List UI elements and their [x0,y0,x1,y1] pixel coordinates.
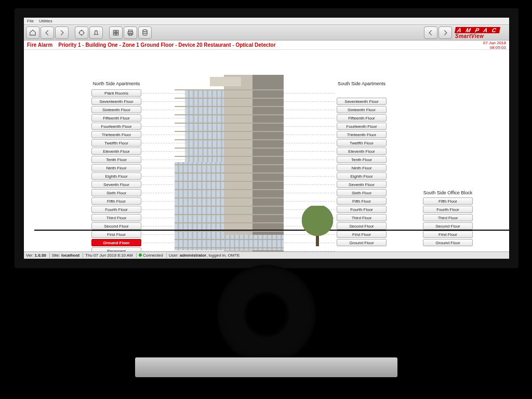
building-graphic [175,75,291,251]
floor-button[interactable]: Ground Floor [337,239,387,246]
alarm-time: 08:05:03 [483,45,506,50]
brand-line1: A M P A C [455,27,500,33]
status-version: Ver: 1.0.30 [26,253,50,258]
floor-button[interactable]: Fifth Floor [337,197,387,205]
brand-line2: SmartView [455,33,484,39]
floor-button[interactable]: Sixteenth Floor [337,106,387,113]
ver-value: 1.0.30 [34,253,46,258]
floor-button[interactable]: First Floor [91,231,141,238]
print-button[interactable] [124,26,137,39]
toolbar: A M P A C SmartView [24,25,509,41]
floor-button[interactable]: Eleventh Floor [91,148,141,155]
floor-button[interactable]: Seventeenth Floor [337,98,387,105]
monitor-stand-neck [217,265,316,364]
floor-button[interactable]: Third Floor [423,214,473,221]
floor-button[interactable]: Third Floor [91,214,141,221]
nav-right-group [424,26,452,39]
north-col-title: North Side Apartments [85,81,148,86]
floor-button[interactable]: Ninth Floor [337,164,387,171]
alarm-text: Fire Alarm Priority 1 - Building One - Z… [27,42,276,48]
floor-button[interactable]: Sixteenth Floor [91,106,141,113]
connection-text: Connected [143,253,163,258]
menu-utilities[interactable]: Utilities [39,19,52,23]
floor-button[interactable]: Third Floor [337,214,387,221]
floor-button[interactable]: Basement [91,247,141,251]
ground-line [34,230,509,231]
floor-button[interactable]: Fourth Floor [337,206,387,213]
alarm-label: Fire Alarm [27,42,52,48]
svg-rect-1 [113,30,118,35]
floor-button[interactable]: Thirteenth Floor [91,131,141,138]
floor-button[interactable]: Seventeenth Floor [91,98,141,105]
monitor-frame: File Utilities [15,8,518,268]
floor-button[interactable]: Seventh Floor [337,181,387,188]
north-floor-column: Plant RoomsSeventeenth FloorSixteenth Fl… [91,89,141,251]
alarm-timestamp: 07 Jun 2018 08:05:03 [483,41,506,50]
ver-label: Ver: [26,253,33,258]
target-button[interactable] [75,26,88,39]
monitor-stand-base [135,357,397,377]
office-col-title: South Side Office Block [417,190,479,195]
floor-button[interactable]: Fourth Floor [423,206,473,213]
connection-dot-icon [139,254,142,257]
nav-next-button[interactable] [438,26,452,39]
database-button[interactable] [138,26,152,39]
floor-button[interactable]: Fourteenth Floor [337,123,387,130]
floor-button[interactable]: Eighth Floor [337,172,387,180]
user-label: User: [169,253,179,258]
forward-button[interactable] [55,26,69,39]
floor-button[interactable]: Thirteenth Floor [337,131,387,138]
status-datetime: Thu 07 Jun 2018 8:10 AM [85,253,137,258]
floor-button[interactable]: Ground Floor [423,239,473,246]
floor-button[interactable]: Twelfth Floor [337,139,387,147]
grid-button[interactable] [109,26,123,39]
floor-button[interactable]: Sixth Floor [337,189,387,196]
floor-button[interactable]: Second Floor [423,222,473,230]
floor-button[interactable]: Tenth Floor [337,156,387,163]
status-bar: Ver: 1.0.30 Site: localhost Thu 07 Jun 2… [24,251,509,259]
floor-button[interactable]: First Floor [423,231,473,238]
floor-button[interactable]: Seventh Floor [91,181,141,188]
alarm-date: 07 Jun 2018 [483,41,506,45]
floor-button[interactable]: Second Floor [91,222,141,230]
floor-button[interactable]: First Floor [337,231,387,238]
user-value: administrator [180,253,206,258]
floor-button[interactable]: Fifth Floor [423,197,473,205]
tree-trunk [316,236,319,246]
floor-button[interactable]: Fourteenth Floor [91,123,141,130]
status-site: Site: localhost [52,253,83,258]
floor-button[interactable]: Sixth Floor [91,189,141,196]
floor-button[interactable]: Fifteenth Floor [91,114,141,122]
status-connection: Connected [139,253,167,258]
alarm-bell-button[interactable] [89,26,103,39]
floor-button[interactable]: Twelfth Floor [91,139,141,147]
user-suffix: , logged in, OMTE [206,253,240,258]
status-user: User: administrator, logged in, OMTE [169,253,240,258]
menu-file[interactable]: File [27,19,34,23]
floor-button[interactable]: Ninth Floor [91,164,141,171]
site-label: Site: [52,253,60,258]
floorplan-canvas: North Side Apartments South Side Apartme… [24,50,509,251]
back-button[interactable] [41,26,54,39]
floor-button[interactable]: Eleventh Floor [337,148,387,155]
floor-button[interactable]: Fourth Floor [91,206,141,213]
floor-button[interactable]: Ground Floor [91,239,141,246]
svg-point-0 [79,30,84,34]
alarm-bar: Fire Alarm Priority 1 - Building One - Z… [24,41,509,50]
brand-logo: A M P A C SmartView [455,25,507,40]
floor-button[interactable]: Second Floor [337,222,387,230]
nav-prev-button[interactable] [424,26,437,39]
floor-button[interactable]: Tenth Floor [91,156,141,163]
svg-point-5 [143,30,147,32]
floor-button[interactable]: Eighth Floor [91,172,141,180]
floor-button[interactable]: Fifth Floor [91,197,141,205]
menu-bar: File Utilities [24,18,509,25]
alarm-detail: Priority 1 - Building One - Zone 1 Groun… [58,42,275,48]
south-floor-column: Seventeenth FloorSixteenth FloorFifteent… [337,98,387,246]
floor-button[interactable]: Plant Rooms [91,89,141,97]
site-value: localhost [61,253,79,258]
home-button[interactable] [26,26,39,39]
app-screen: File Utilities [24,18,509,259]
office-floor-column: Fifth FloorFourth FloorThird FloorSecond… [423,197,473,246]
floor-button[interactable]: Fifteenth Floor [337,114,387,122]
